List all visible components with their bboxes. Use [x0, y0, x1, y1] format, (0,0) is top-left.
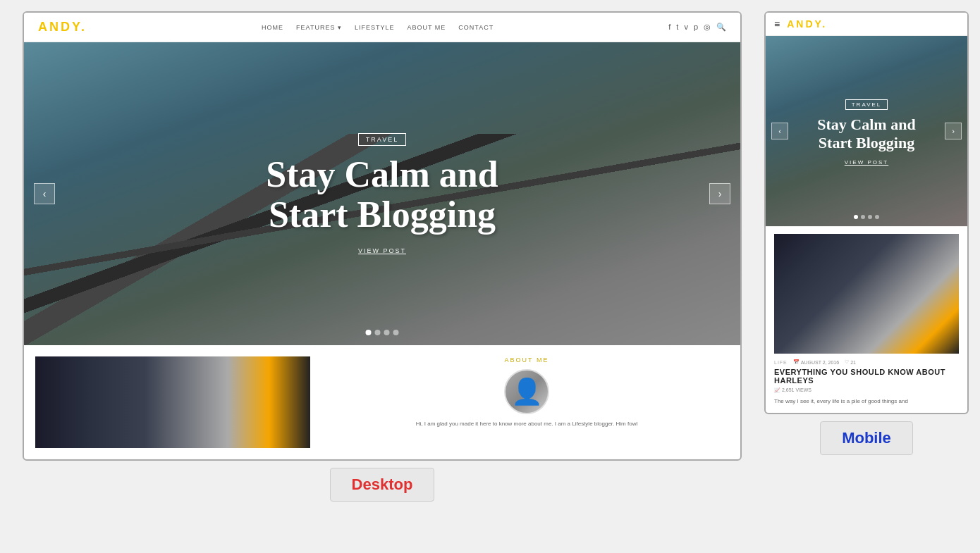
- hero-title-line2: Start Blogging: [266, 194, 498, 235]
- below-hero-section: ABOUT ME Hi, I am glad you made it here …: [24, 345, 740, 459]
- mobile-slider-next[interactable]: ›: [945, 123, 962, 139]
- article-likes: ♡ 21: [845, 359, 856, 365]
- mobile-hero-content: TRAVEL Stay Calm and Start Blogging VIEW…: [803, 97, 929, 166]
- mobile-dot-1[interactable]: [854, 215, 858, 219]
- hero-title-line1: Stay Calm and: [266, 154, 498, 194]
- desktop-nav: ANDY. HOME FEATURES ▾ LIFESTYLE ABOUT ME…: [24, 13, 740, 42]
- article-thumbnail: [774, 234, 959, 354]
- mobile-hero-slider: ‹ TRAVEL Stay Calm and Start Blogging VI…: [766, 36, 967, 226]
- mobile-title-line2: Start Blogging: [817, 134, 915, 152]
- facebook-icon[interactable]: f: [668, 23, 670, 32]
- slider-dot-4[interactable]: [393, 330, 399, 335]
- chart-icon: 📈: [774, 387, 780, 392]
- mobile-frame: ≡ ANDY. ‹ TRAVEL Stay Calm and Start Blo…: [764, 11, 969, 414]
- mobile-dot-2[interactable]: [861, 215, 865, 219]
- nav-home[interactable]: HOME: [262, 24, 283, 31]
- mobile-dot-3[interactable]: [868, 215, 872, 219]
- mobile-dot-4[interactable]: [875, 215, 879, 219]
- desktop-label[interactable]: Desktop: [330, 468, 435, 502]
- mobile-title-line1: Stay Calm and: [817, 116, 915, 134]
- slider-dots: [366, 330, 399, 335]
- heart-icon: ♡: [845, 359, 849, 365]
- about-me-section: ABOUT ME Hi, I am glad you made it here …: [324, 356, 729, 448]
- author-avatar: [504, 369, 549, 414]
- nav-contact[interactable]: CONTACT: [458, 24, 494, 31]
- slider-dot-2[interactable]: [375, 330, 381, 335]
- mobile-logo-dot: .: [822, 18, 827, 30]
- mobile-hero-title: Stay Calm and Start Blogging: [817, 116, 915, 153]
- logo-dot: .: [81, 20, 87, 34]
- article-excerpt: The way I see it, every life is a pile o…: [774, 397, 959, 406]
- desktop-nav-links: HOME FEATURES ▾ LIFESTYLE ABOUT ME CONTA…: [262, 24, 494, 31]
- nav-lifestyle[interactable]: LIFESTYLE: [355, 24, 395, 31]
- slider-next-button[interactable]: ›: [709, 183, 730, 204]
- article-views: 📈 2,651 VIEWS: [774, 387, 959, 393]
- calendar-icon: 📅: [793, 359, 800, 365]
- slider-dot-3[interactable]: [384, 330, 390, 335]
- desktop-hero-slider: ‹ TRAVEL Stay Calm and Start Blogging VI…: [24, 42, 740, 345]
- hero-content: TRAVEL Stay Calm and Start Blogging VIEW…: [266, 132, 498, 256]
- article-date: 📅 AUGUST 2, 2016: [793, 359, 839, 365]
- article-title: EVERYTHING YOU SHOULD KNOW ABOUT HARLEYS: [774, 368, 959, 385]
- mobile-logo: ANDY.: [787, 18, 827, 30]
- hamburger-icon[interactable]: ≡: [774, 18, 780, 30]
- pinterest-icon[interactable]: p: [694, 23, 698, 32]
- twitter-icon[interactable]: t: [676, 23, 678, 32]
- motorcycle-image: [35, 356, 310, 448]
- mobile-logo-text: ANDY: [787, 18, 822, 30]
- mobile-slider-dots: [854, 215, 879, 219]
- logo-text: ANDY: [38, 20, 81, 34]
- desktop-logo: ANDY.: [38, 20, 87, 35]
- about-me-label: ABOUT ME: [505, 356, 549, 364]
- desktop-social-icons: f t v p ◎ 🔍: [668, 23, 726, 32]
- mobile-slider-prev[interactable]: ‹: [771, 123, 788, 139]
- mobile-article-section: LIFE 📅 AUGUST 2, 2016 ♡ 21 EVERYTHING YO…: [766, 226, 967, 413]
- about-me-text: Hi, I am glad you made it here to know m…: [416, 420, 637, 428]
- mobile-hero-cta[interactable]: VIEW POST: [817, 159, 915, 166]
- desktop-frame: ANDY. HOME FEATURES ▾ LIFESTYLE ABOUT ME…: [23, 11, 742, 461]
- nav-features[interactable]: FEATURES ▾: [296, 24, 342, 31]
- slider-prev-button[interactable]: ‹: [34, 183, 55, 204]
- hero-title: Stay Calm and Start Blogging: [266, 154, 498, 235]
- search-icon[interactable]: 🔍: [716, 23, 726, 32]
- mobile-nav: ≡ ANDY.: [766, 13, 967, 36]
- article-meta: LIFE 📅 AUGUST 2, 2016 ♡ 21: [774, 359, 959, 365]
- slider-dot-1[interactable]: [366, 330, 372, 335]
- mobile-label[interactable]: Mobile: [820, 421, 913, 455]
- desktop-preview-wrapper: ANDY. HOME FEATURES ▾ LIFESTYLE ABOUT ME…: [11, 11, 753, 502]
- hero-cta-button[interactable]: VIEW POST: [358, 247, 406, 254]
- article-category: LIFE: [774, 360, 788, 365]
- mobile-preview-wrapper: ≡ ANDY. ‹ TRAVEL Stay Calm and Start Blo…: [764, 11, 969, 455]
- instagram-icon[interactable]: ◎: [704, 23, 711, 32]
- mobile-hero-tag: TRAVEL: [845, 99, 888, 110]
- nav-about[interactable]: ABOUT ME: [407, 24, 446, 31]
- hero-category-tag: TRAVEL: [358, 133, 406, 146]
- vimeo-icon[interactable]: v: [684, 23, 688, 32]
